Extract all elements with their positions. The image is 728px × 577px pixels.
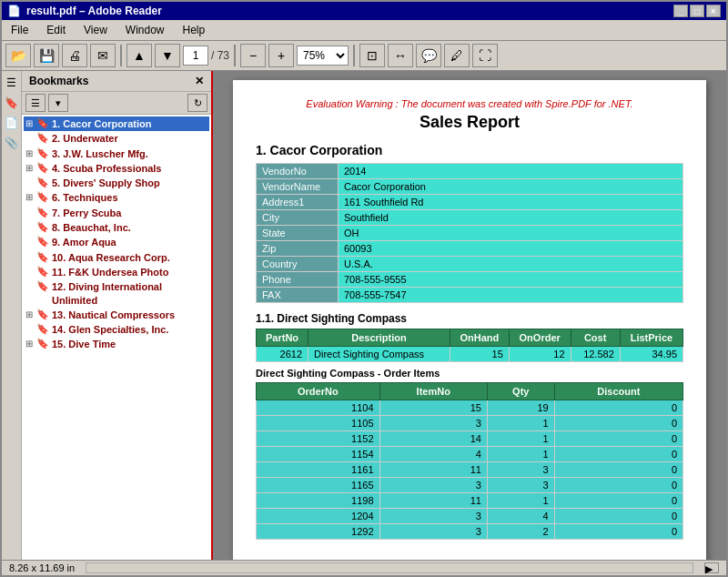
attach-icon[interactable]: 📎 xyxy=(4,135,20,151)
vendor-label-Country: Country xyxy=(257,257,339,272)
print-button[interactable]: 🖨 xyxy=(62,44,87,67)
bookmarks-title: Bookmarks xyxy=(29,75,88,87)
compass-col-cost: Cost xyxy=(571,329,620,347)
order-cell-4-3: 0 xyxy=(554,462,682,478)
hand-tool-icon[interactable]: ☰ xyxy=(4,75,20,91)
order-cell-5-2: 3 xyxy=(487,478,554,493)
page-number-input[interactable] xyxy=(183,46,208,66)
menu-edit[interactable]: Edit xyxy=(41,22,71,38)
bookmark-item-13[interactable]: ⊞🔖13. Nautical Compressors xyxy=(24,308,209,322)
bookmark-item-11[interactable]: 🔖11. F&K Undersea Photo xyxy=(24,265,209,279)
maximize-button[interactable]: □ xyxy=(690,5,704,17)
vendor-label-Address1: Address1 xyxy=(257,195,339,210)
bookmark-label-11: 11. F&K Undersea Photo xyxy=(52,266,168,278)
pages-icon[interactable]: 📄 xyxy=(4,115,20,131)
zoom-out-button[interactable]: − xyxy=(240,44,266,67)
bookmarks-refresh-button[interactable]: ↻ xyxy=(187,94,207,112)
bookmark-page-icon-3: 🔖 xyxy=(36,147,49,159)
order-cell-5-1: 3 xyxy=(379,478,487,493)
order-cell-6-3: 0 xyxy=(554,493,682,509)
bookmarks-menu-button[interactable]: ☰ xyxy=(25,94,46,112)
bookmark-label-13: 13. Nautical Compressors xyxy=(52,309,175,321)
highlight-button[interactable]: 🖊 xyxy=(444,44,470,67)
save-button[interactable]: 💾 xyxy=(34,44,59,67)
bookmark-label-15: 15. Dive Time xyxy=(52,338,116,350)
toolbar: 📂 💾 🖨 ✉ ▲ ▼ / 73 − + 75% 50% 100% 125% ⊡… xyxy=(2,41,726,71)
bookmarks-list[interactable]: ⊞🔖1. Cacor Corporation🔖2. Underwater⊞🔖3.… xyxy=(22,115,211,560)
menu-view[interactable]: View xyxy=(78,22,113,38)
left-icon-strip: ☰ 🔖 📄 📎 xyxy=(2,71,22,560)
compass-col-description: Description xyxy=(308,329,450,347)
bookmark-page-icon-5: 🔖 xyxy=(36,177,49,188)
window-title: result.pdf – Adobe Reader xyxy=(26,5,162,17)
menu-help[interactable]: Help xyxy=(177,22,211,38)
order-col-discount: Discount xyxy=(554,383,682,400)
eval-warning: Evaluation Warning : The document was cr… xyxy=(256,98,683,109)
compass-cell-0: 2612 xyxy=(257,347,308,362)
bookmark-item-6[interactable]: ⊞🔖6. Techniques xyxy=(24,190,209,205)
bookmark-item-10[interactable]: 🔖10. Aqua Research Corp. xyxy=(24,250,209,265)
zoom-in-button[interactable]: + xyxy=(268,44,294,67)
order-cell-7-2: 4 xyxy=(487,509,554,524)
comment-button[interactable]: 💬 xyxy=(416,44,441,67)
bookmarks-options-button[interactable]: ▾ xyxy=(48,94,68,112)
bookmark-expand-icon-6[interactable]: ⊞ xyxy=(25,192,36,202)
bookmark-page-icon-9: 🔖 xyxy=(36,236,49,248)
compass-col-listprice: ListPrice xyxy=(620,329,682,347)
zoom-select[interactable]: 75% 50% 100% 125% xyxy=(297,46,349,66)
order-cell-0-2: 19 xyxy=(487,400,554,416)
fit-page-button[interactable]: ⊡ xyxy=(359,44,385,67)
bookmark-item-8[interactable]: 🔖8. Beauchat, Inc. xyxy=(24,220,209,235)
bookmark-expand-icon-13[interactable]: ⊞ xyxy=(25,309,36,319)
bookmark-item-5[interactable]: 🔖5. Divers' Supply Shop xyxy=(24,176,209,190)
menu-window[interactable]: Window xyxy=(120,22,170,38)
bookmarks-icon[interactable]: 🔖 xyxy=(4,95,20,111)
bookmark-label-12: 12. Diving International Unlimited xyxy=(52,280,207,307)
order-cell-8-3: 0 xyxy=(554,524,682,540)
vendor-value-VendorName: Cacor Corporation xyxy=(339,179,683,195)
prev-page-button[interactable]: ▲ xyxy=(126,44,152,67)
next-page-button[interactable]: ▼ xyxy=(155,44,180,67)
vendor-table: VendorNo2014VendorNameCacor CorporationA… xyxy=(256,163,683,303)
close-button[interactable]: × xyxy=(706,5,721,17)
bookmark-item-9[interactable]: 🔖9. Amor Aqua xyxy=(24,235,209,249)
page-size-label: 8.26 x 11.69 in xyxy=(9,562,75,573)
bookmark-item-12[interactable]: 🔖12. Diving International Unlimited xyxy=(24,279,209,308)
title-bar-left: 📄 result.pdf – Adobe Reader xyxy=(7,5,162,17)
order-cell-1-2: 1 xyxy=(487,416,554,431)
bookmark-item-15[interactable]: ⊞🔖15. Dive Time xyxy=(24,337,209,351)
bookmarks-close-icon[interactable]: ✕ xyxy=(195,75,204,87)
fullscreen-button[interactable]: ⛶ xyxy=(472,44,498,67)
bookmarks-header: Bookmarks ✕ xyxy=(22,71,211,92)
menu-file[interactable]: File xyxy=(5,22,34,38)
subsection-title: 1.1. Direct Sighting Compass xyxy=(256,312,683,325)
order-cell-1-0: 1105 xyxy=(257,416,380,431)
compass-col-onorder: OnOrder xyxy=(509,329,571,347)
minimize-button[interactable]: _ xyxy=(673,5,688,17)
bookmark-expand-icon-4[interactable]: ⊞ xyxy=(25,163,36,173)
order-cell-2-1: 14 xyxy=(379,431,487,447)
bookmark-expand-icon-15[interactable]: ⊞ xyxy=(25,339,36,349)
order-cell-6-2: 1 xyxy=(487,493,554,509)
bookmark-expand-icon-3[interactable]: ⊞ xyxy=(25,148,36,158)
scrollbar-right-btn[interactable]: ▶ xyxy=(704,562,719,573)
toolbar-separator-3 xyxy=(353,45,355,66)
bookmark-label-8: 8. Beauchat, Inc. xyxy=(52,221,131,234)
bookmark-item-2[interactable]: 🔖2. Underwater xyxy=(24,131,209,146)
pdf-area[interactable]: Evaluation Warning : The document was cr… xyxy=(213,71,726,560)
horizontal-scrollbar[interactable] xyxy=(86,562,693,573)
bookmark-item-1[interactable]: ⊞🔖1. Cacor Corporation xyxy=(24,116,209,131)
bookmark-item-3[interactable]: ⊞🔖3. J.W. Luscher Mfg. xyxy=(24,147,209,161)
bookmark-item-14[interactable]: 🔖14. Glen Specialties, Inc. xyxy=(24,322,209,337)
bookmark-item-4[interactable]: ⊞🔖4. Scuba Professionals xyxy=(24,161,209,176)
fit-width-button[interactable]: ↔ xyxy=(388,44,413,67)
bookmarks-panel: Bookmarks ✕ ☰ ▾ ↻ ⊞🔖1. Cacor Corporation… xyxy=(22,71,213,560)
order-cell-7-3: 0 xyxy=(554,509,682,524)
bookmark-item-7[interactable]: 🔖7. Perry Scuba xyxy=(24,206,209,220)
bookmark-expand-icon-1[interactable]: ⊞ xyxy=(25,118,36,128)
compass-cell-5: 34.95 xyxy=(620,347,682,362)
order-col-orderno: OrderNo xyxy=(257,383,380,400)
open-button[interactable]: 📂 xyxy=(5,44,31,67)
compass-cell-1: Direct Sighting Compass xyxy=(308,347,450,362)
email-button[interactable]: ✉ xyxy=(90,44,116,67)
